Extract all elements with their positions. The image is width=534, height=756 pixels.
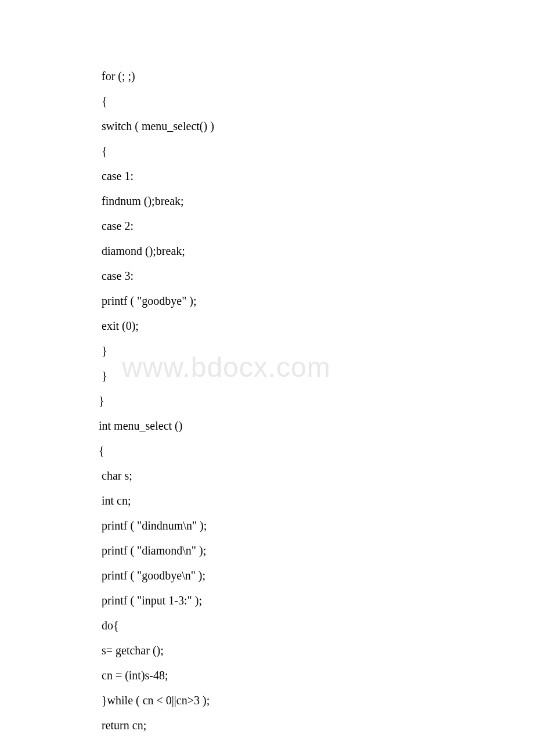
document-page: for (; ;) { switch ( menu_select() ) { c…: [0, 0, 534, 756]
code-line: {: [99, 438, 435, 463]
code-line: }: [99, 363, 435, 388]
code-line: for (; ;): [99, 64, 435, 89]
code-line: int menu_select (): [99, 413, 435, 438]
code-line: {: [99, 139, 435, 164]
code-line: }while ( cn < 0||cn>3 );: [99, 688, 435, 713]
code-line: printf ( "diamond\n" );: [99, 538, 435, 563]
code-line: cn = (int)s-48;: [99, 663, 435, 688]
code-line: switch ( menu_select() ): [99, 114, 435, 139]
code-line: printf ( "goodbye" );: [99, 289, 435, 314]
code-line: s= getchar ();: [99, 638, 435, 663]
code-line: char s;: [99, 463, 435, 488]
code-line: exit (0);: [99, 314, 435, 339]
code-line: {: [99, 89, 435, 114]
code-line: }: [99, 339, 435, 363]
code-line: findnum ();break;: [99, 189, 435, 214]
code-line: case 3:: [99, 264, 435, 289]
code-line: do{: [99, 613, 435, 638]
code-line: case 1:: [99, 164, 435, 189]
code-line: int cn;: [99, 488, 435, 513]
code-line: printf ( "dindnum\n" );: [99, 513, 435, 538]
code-line: }: [99, 388, 435, 413]
code-line: printf ( "goodbye\n" );: [99, 563, 435, 588]
code-line: case 2:: [99, 214, 435, 239]
code-line: return cn;: [99, 713, 435, 738]
code-line: printf ( "input 1-3:" );: [99, 588, 435, 613]
code-line: diamond ();break;: [99, 239, 435, 264]
